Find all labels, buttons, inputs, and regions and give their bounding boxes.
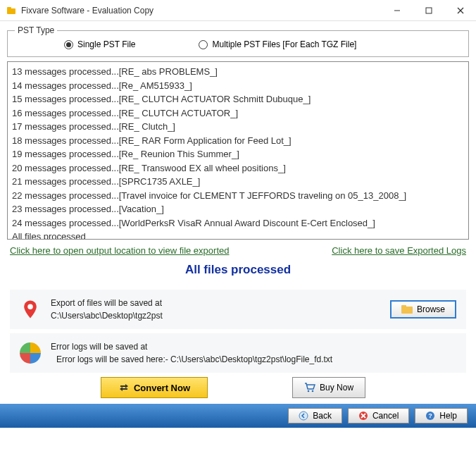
error-path-section: Error logs will be saved at Error logs w… [10,333,466,373]
open-output-link[interactable]: Click here to open output location to vi… [10,245,229,256]
svg-rect-3 [426,8,432,13]
radio-multiple-label: Multiple PST Files [For Each TGZ File] [212,39,356,49]
pst-type-group: PST Type Single PST File Multiple PST Fi… [7,25,469,57]
export-path-section: Export of files will be saved at C:\User… [10,290,466,329]
pin-icon [20,299,41,320]
log-line: 16 messages processed...[RE_ CLUTCH ACTU… [12,106,464,121]
pst-type-legend: PST Type [15,25,57,35]
svg-point-10 [312,390,314,393]
cancel-icon [358,411,368,421]
cancel-button[interactable]: Cancel [348,408,409,424]
error-line1: Error logs will be saved at [51,340,456,353]
convert-icon [118,382,130,393]
radio-single-pst[interactable]: Single PST File [64,39,135,49]
convert-button[interactable]: Convert Now [101,377,208,398]
maximize-button[interactable] [413,0,444,21]
close-button[interactable] [444,0,476,21]
radio-single-label: Single PST File [77,39,135,49]
titlebar: Fixvare Software - Evaluation Copy [0,0,476,21]
error-line2: Error logs will be saved here:- C:\Users… [51,353,456,366]
pie-icon [20,342,41,364]
log-line: All files processed [12,230,464,240]
svg-rect-0 [7,8,15,14]
log-line: 19 messages processed...[Re_ Reunion Thi… [12,147,464,161]
log-line: 22 messages processed...[Travel invoice … [12,189,464,203]
svg-point-11 [299,412,308,420]
save-logs-link[interactable]: Click here to save Exported Logs [332,245,466,256]
minimize-button[interactable] [381,0,413,21]
cart-icon [304,383,315,393]
help-button[interactable]: ? Help [415,408,468,424]
export-line1: Export of files will be saved at [51,297,390,309]
folder-icon [401,305,413,314]
svg-point-9 [308,390,310,393]
log-line: 20 messages processed...[RE_ Transwood E… [12,161,464,175]
radio-multiple-pst[interactable]: Multiple PST Files [For Each TGZ File] [199,39,356,49]
footer-bar: Back Cancel ? Help [0,404,476,428]
log-line: 13 messages processed...[RE_ abs PROBLEM… [12,65,464,79]
back-icon [299,411,308,421]
log-line: 15 messages processed...[RE_ CLUTCH ACTU… [12,92,464,106]
buy-button[interactable]: Buy Now [292,377,365,398]
browse-button[interactable]: Browse [390,300,456,319]
svg-text:?: ? [429,412,433,419]
window-title: Fixvare Software - Evaluation Copy [21,6,381,16]
svg-rect-1 [7,7,11,9]
log-line: 17 messages processed...[RE_ Clutch_] [12,120,464,134]
log-output[interactable]: 13 messages processed...[RE_ abs PROBLEM… [7,61,469,240]
svg-rect-8 [401,305,406,308]
app-icon [6,5,17,16]
svg-point-6 [27,304,33,310]
back-button[interactable]: Back [288,408,342,424]
log-line: 21 messages processed...[SPRC1735 AXLE_] [12,175,464,189]
status-message: All files processed [7,263,469,277]
log-line: 18 messages processed...[RE_ RAR Form Ap… [12,134,464,148]
log-line: 24 messages processed...[WorldPerksR Vis… [12,216,464,230]
export-line2: C:\Users\abc\Desktop\tgz2pst [51,309,390,322]
log-line: 14 messages processed...[Re_ AM515933_] [12,79,464,93]
help-icon: ? [425,411,435,421]
log-line: 23 messages processed...[Vacation_] [12,202,464,216]
